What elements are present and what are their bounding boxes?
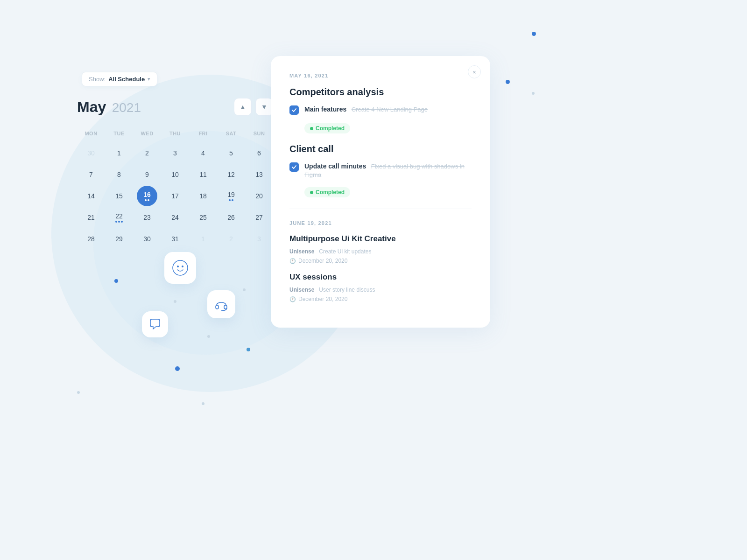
- headphone-card: [207, 290, 235, 318]
- calendar-cell-19[interactable]: 19: [221, 186, 241, 206]
- decorative-dot-1: [506, 80, 510, 84]
- project-ux-tag: Unisense: [289, 287, 314, 293]
- calendar-cell-16[interactable]: 16: [137, 186, 157, 206]
- event-client-call: Client call Update call minutes Fixed a …: [289, 144, 472, 197]
- clock-icon-1: 🕐: [289, 258, 296, 264]
- decorative-dot-4: [175, 366, 180, 371]
- project-ui-kit: Multipurpose Ui Kit Creative Unisense Cr…: [289, 234, 472, 264]
- june-section: JUNE 19, 2021 Multipurpose Ui Kit Creati…: [289, 220, 472, 302]
- task-checkbox-1: [289, 105, 299, 115]
- project-ux-desc: User story line discuss: [319, 287, 375, 293]
- calendar-nav: ▲ ▼: [234, 98, 273, 116]
- calendar-cell-1-om[interactable]: 1: [193, 229, 213, 249]
- decorative-dot-3: [114, 279, 118, 283]
- section-divider: [289, 209, 472, 209]
- competitors-title: Competitors analysis: [289, 87, 472, 98]
- decorative-dot-9: [174, 300, 176, 303]
- calendar-cell-6[interactable]: 6: [249, 143, 269, 163]
- svg-point-0: [173, 260, 188, 275]
- task-content-1: Main features Create 4 New Landing Page: [304, 105, 428, 113]
- day-mon: MON: [77, 129, 105, 138]
- calendar-cell-21[interactable]: 21: [81, 207, 101, 228]
- calendar-body: 3012345678910111213141516171819202122232…: [77, 143, 273, 249]
- day-sat: SAT: [217, 129, 245, 138]
- chevron-down-icon: ▾: [148, 76, 150, 82]
- event-competitors-analysis: Competitors analysis Main features Creat…: [289, 87, 472, 133]
- task-content-2: Update call minutes Fixed a visual bug w…: [304, 162, 472, 179]
- calendar-cell-20[interactable]: 20: [249, 186, 269, 206]
- calendar-day-labels: MON TUE WED THU FRI SAT SUN: [77, 129, 273, 138]
- task-item-main-features: Main features Create 4 New Landing Page: [289, 105, 472, 115]
- day-sun: SUN: [245, 129, 273, 138]
- calendar-cell-3[interactable]: 3: [165, 143, 185, 163]
- may-date-label: MAY 16, 2021: [289, 73, 472, 78]
- project-ui-kit-date: 🕐 December 20, 2020: [289, 258, 472, 264]
- calendar-cell-31[interactable]: 31: [165, 229, 185, 249]
- show-filter-dropdown[interactable]: Show: All Schedule ▾: [82, 72, 157, 86]
- check-dot-1: [310, 127, 313, 130]
- calendar-cell-11[interactable]: 11: [193, 164, 213, 185]
- calendar-cell-23[interactable]: 23: [137, 207, 157, 228]
- svg-rect-4: [224, 305, 227, 309]
- decorative-dot-6: [202, 402, 204, 405]
- calendar-cell-5[interactable]: 5: [221, 143, 241, 163]
- decorative-dot-7: [243, 288, 246, 291]
- day-fri: FRI: [189, 129, 217, 138]
- calendar-cell-14[interactable]: 14: [81, 186, 101, 206]
- calendar-cell-13[interactable]: 13: [249, 164, 269, 185]
- project-ux-title: UX sessions: [289, 273, 472, 282]
- client-call-title: Client call: [289, 144, 472, 154]
- task-item-update-call: Update call minutes Fixed a visual bug w…: [289, 162, 472, 179]
- calendar-cell-24[interactable]: 24: [165, 207, 185, 228]
- completed-badge-2: Completed: [304, 187, 350, 197]
- calendar-cell-10[interactable]: 10: [165, 164, 185, 185]
- calendar-cell-12[interactable]: 12: [221, 164, 241, 185]
- june-date-label: JUNE 19, 2021: [289, 220, 472, 226]
- calendar-cell-18[interactable]: 18: [193, 186, 213, 206]
- calendar-cell-15[interactable]: 15: [109, 186, 129, 206]
- project-ui-kit-meta: Unisense Create Ui kit updates: [289, 248, 472, 255]
- svg-point-1: [177, 266, 179, 267]
- task-label-1: Main features: [304, 105, 346, 113]
- may-section: MAY 16, 2021 Competitors analysis Main f…: [289, 73, 472, 197]
- calendar-cell-26[interactable]: 26: [221, 207, 241, 228]
- project-ui-kit-tag: Unisense: [289, 248, 314, 255]
- task-checkbox-2: [289, 162, 299, 172]
- calendar-cell-29[interactable]: 29: [109, 229, 129, 249]
- calendar-section: May 2021 ▲ ▼ MON TUE WED THU FRI SAT SUN…: [77, 98, 273, 249]
- project-ui-kit-desc: Create Ui kit updates: [319, 248, 371, 255]
- check-dot-2: [310, 191, 313, 194]
- calendar-cell-4[interactable]: 4: [193, 143, 213, 163]
- calendar-cell-28[interactable]: 28: [81, 229, 101, 249]
- decorative-dot-2: [532, 92, 535, 95]
- prev-month-button[interactable]: ▲: [234, 98, 252, 116]
- calendar-cell-8[interactable]: 8: [109, 164, 129, 185]
- detail-panel: × MAY 16, 2021 Competitors analysis Main…: [271, 56, 490, 328]
- calendar-cell-7[interactable]: 7: [81, 164, 101, 185]
- svg-point-2: [182, 266, 183, 267]
- day-wed: WED: [133, 129, 161, 138]
- calendar-title: May 2021: [77, 98, 141, 116]
- decorative-dot-0: [532, 32, 536, 36]
- decorative-dot-10: [247, 348, 250, 351]
- calendar-cell-25[interactable]: 25: [193, 207, 213, 228]
- svg-rect-3: [216, 305, 218, 309]
- calendar-cell-30-om[interactable]: 30: [81, 143, 101, 163]
- calendar-cell-2-om[interactable]: 2: [221, 229, 241, 249]
- decorative-dot-5: [77, 391, 80, 394]
- calendar-cell-9[interactable]: 9: [137, 164, 157, 185]
- calendar-cell-27[interactable]: 27: [249, 207, 269, 228]
- calendar-cell-22[interactable]: 22: [109, 207, 129, 228]
- calendar-cell-17[interactable]: 17: [165, 186, 185, 206]
- project-ux-sessions: UX sessions Unisense User story line dis…: [289, 273, 472, 302]
- calendar-cell-3-om[interactable]: 3: [249, 229, 269, 249]
- calendar-header: May 2021 ▲ ▼: [77, 98, 273, 116]
- calendar-cell-2[interactable]: 2: [137, 143, 157, 163]
- task-strikethrough-1: Create 4 New Landing Page: [352, 106, 428, 113]
- task-label-2: Update call minutes: [304, 162, 366, 170]
- calendar-cell-1[interactable]: 1: [109, 143, 129, 163]
- decorative-dot-8: [207, 335, 210, 338]
- close-button[interactable]: ×: [468, 65, 481, 78]
- project-ux-date: 🕐 December 20, 2020: [289, 296, 472, 302]
- calendar-cell-30[interactable]: 30: [137, 229, 157, 249]
